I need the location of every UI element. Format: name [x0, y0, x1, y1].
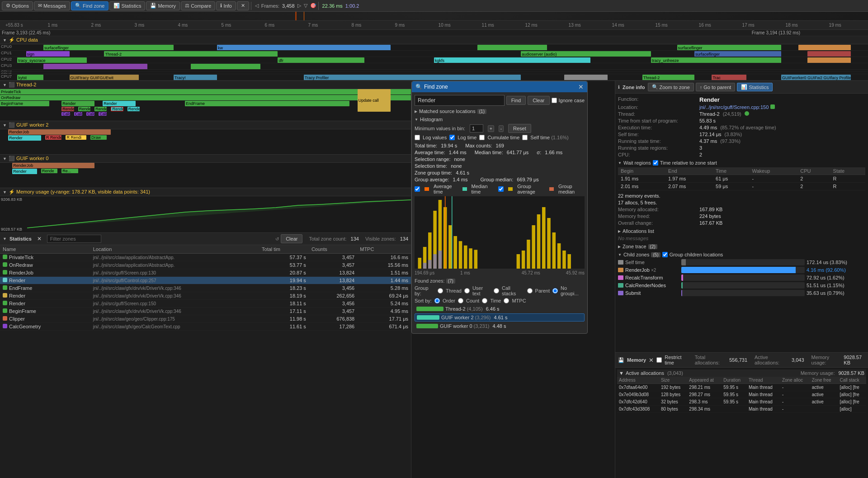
- col-end[interactable]: End: [665, 167, 713, 175]
- histogram-chart[interactable]: [415, 196, 585, 269]
- wait-regions-header[interactable]: ▼ Wait regions Time relative to zone sta…: [618, 160, 865, 166]
- renderjob0-block[interactable]: RenderJob: [12, 163, 94, 168]
- log-values-check[interactable]: [415, 135, 420, 140]
- col-time[interactable]: Time: [713, 167, 749, 175]
- alloc-list-header[interactable]: ▶ Allocations list: [618, 228, 865, 234]
- col-begin[interactable]: Begin: [618, 167, 665, 175]
- render-sub2[interactable]: Render: [78, 107, 90, 111]
- sort-order[interactable]: [434, 298, 440, 303]
- col-wakeup[interactable]: Wakeup: [749, 167, 797, 175]
- find-zone-input[interactable]: [415, 95, 505, 106]
- group-children-check[interactable]: [662, 252, 668, 257]
- col-state[interactable]: State: [830, 167, 865, 175]
- calcgeo1[interactable]: CalcGe: [61, 112, 70, 116]
- mp-col-zone-alloc[interactable]: Zone alloc: [780, 377, 810, 384]
- sort-mtpc[interactable]: [504, 298, 509, 303]
- render2-sub4[interactable]: Draw: [90, 135, 107, 140]
- beginframe-block[interactable]: BeginFrame: [0, 101, 49, 106]
- mem-row-3[interactable]: 0x7dfc43d380880 bytes298.34 msMain threa…: [617, 406, 866, 413]
- guif2-tracks[interactable]: RenderJob Render R Rende R Rendi Draw: [0, 129, 411, 154]
- guif0-group-item[interactable]: GUIF worker 0 (3,231) 4.48 s: [415, 322, 585, 330]
- mp-col-size[interactable]: Size: [659, 377, 687, 384]
- stats-row-4[interactable]: EndFrame jni/../jni/src/claw/gfx/drv/vk/…: [0, 284, 411, 292]
- child-zones-header[interactable]: ▼ Child zones (5) Group children locatio…: [618, 252, 865, 257]
- mp-col-appeared[interactable]: Appeared at: [687, 377, 722, 384]
- active-allocs-header[interactable]: ▼ Active allocations (3,043) Memory usag…: [617, 369, 866, 377]
- render-sub4[interactable]: RenderJob: [127, 107, 140, 111]
- mini-timeline[interactable]: [0, 12, 868, 21]
- sort-time[interactable]: [482, 298, 487, 303]
- settings-button[interactable]: ✕: [237, 1, 249, 10]
- group-avg-check[interactable]: [498, 186, 504, 192]
- render-sub3[interactable]: Rende: [94, 107, 107, 111]
- memory-usage-header[interactable]: ▼ ⚡ Memory usage (y-range: 178.27 KB, vi…: [0, 188, 411, 196]
- histogram-header[interactable]: ▼ Histogram: [415, 117, 585, 122]
- guif0-tracks[interactable]: RenderJob Render Rende Re...: [0, 163, 411, 188]
- stats-row-8[interactable]: Clipper jni/../jni/src/claw/geo/geo/Clip…: [0, 315, 411, 323]
- memory-chart-area[interactable]: 9206.83 KB 9028.57 KB: [0, 196, 411, 232]
- find-zone-header[interactable]: 🔍 Find zone ✕: [412, 81, 587, 92]
- calcgeo4[interactable]: CalcGeo: [99, 112, 107, 116]
- thread2-header[interactable]: ▼ ⬛ Thread-2: [0, 81, 411, 89]
- memory-toolbar-button[interactable]: 💾 Memory: [146, 1, 180, 10]
- col-cpu[interactable]: CPU: [797, 167, 830, 175]
- group-user[interactable]: [464, 288, 470, 293]
- go-to-parent-button[interactable]: ↑ Go to parent: [696, 83, 736, 91]
- stats-row-5[interactable]: Render jni/../jni/src/claw/gfx/drv/vk/Dr…: [0, 292, 411, 300]
- options-button[interactable]: ⚙ Options: [2, 1, 33, 10]
- render-sub1[interactable]: Rende: [61, 107, 74, 111]
- group-parent[interactable]: [527, 288, 533, 293]
- guif-worker2-header[interactable]: ▼ ⬛ GUIF worker 2: [0, 121, 411, 129]
- mem-row-2[interactable]: 0x7dfc42d64032 bytes298.3 ms59.95 sMain …: [617, 398, 866, 406]
- ignore-case-checkbox[interactable]: [552, 98, 557, 103]
- stats-close-button[interactable]: ✕: [37, 236, 42, 242]
- stats-row-7[interactable]: BeginFrame jni/../jni/src/claw/gfx/drv/v…: [0, 308, 411, 315]
- stats-clear-button[interactable]: Clear: [281, 234, 302, 243]
- statistics-toolbar-button[interactable]: 📊 Statistics: [109, 1, 145, 10]
- mem-panel-close[interactable]: ✕: [649, 357, 654, 364]
- update-call[interactable]: Update call: [358, 89, 391, 112]
- col-counts[interactable]: Counts: [309, 245, 357, 254]
- mem-row-1[interactable]: 0x7e049b3d08128 bytes298.27 ms59.95 sMai…: [617, 391, 866, 398]
- on-redraw-block[interactable]: OnRedraw: [0, 95, 411, 100]
- stats-filter[interactable]: [47, 235, 271, 243]
- self-time-check[interactable]: [522, 135, 528, 140]
- stats-filter-input[interactable]: [47, 235, 101, 243]
- stats-row-1[interactable]: OnRedraw jni/../jni/src/claw/application…: [0, 261, 411, 269]
- zone-trace-header[interactable]: ▶ Zone trace (2): [618, 244, 865, 249]
- group-callstacks[interactable]: [494, 288, 499, 293]
- stats-row-6[interactable]: Render jni/../jni/src/guff/Screen.cpp:15…: [0, 300, 411, 308]
- col-mtpc[interactable]: MTPC: [357, 245, 411, 254]
- log-time-check[interactable]: [449, 135, 455, 140]
- mp-col-address[interactable]: Address: [617, 377, 659, 384]
- matched-source-header[interactable]: ▶ Matched source locations (1): [415, 109, 585, 114]
- stats-row-3[interactable]: Render jni/../jni/src/guff/Control.cpp:2…: [0, 277, 411, 284]
- messages-button[interactable]: ✉ Messages: [34, 1, 70, 10]
- calcgeo2[interactable]: CalcGe: [74, 112, 82, 116]
- render0-sub3[interactable]: Re...: [61, 169, 78, 173]
- col-total-time[interactable]: Total tim: [259, 245, 309, 254]
- time-relative-check[interactable]: [653, 160, 658, 166]
- render-block1[interactable]: Render: [61, 101, 94, 106]
- frame-target[interactable]: 🎯: [310, 3, 316, 9]
- col-location[interactable]: Location: [90, 245, 259, 254]
- mp-col-zone-free[interactable]: Zone free: [810, 377, 838, 384]
- find-zone-button[interactable]: 🔍 Find zone: [71, 1, 108, 10]
- min-values-minus[interactable]: -: [499, 125, 504, 132]
- reset-button[interactable]: Reset: [508, 124, 531, 133]
- render2-sub2[interactable]: R Rende: [45, 135, 61, 140]
- sort-count[interactable]: [458, 298, 463, 303]
- private-tick-block[interactable]: PrivateTick: [0, 89, 411, 95]
- min-values-input[interactable]: 1: [470, 124, 483, 133]
- mp-col-duration[interactable]: Duration: [722, 377, 747, 384]
- stats-row-2[interactable]: RenderJob jni/../jni/src/guff/Screen.cpp…: [0, 269, 411, 277]
- mp-col-thread[interactable]: Thread: [747, 377, 780, 384]
- render-block2[interactable]: Render: [103, 101, 136, 106]
- renderjob2-block[interactable]: RenderJob: [8, 129, 111, 135]
- thread2-group-item[interactable]: Thread-2 (4,105) 6.46 s: [415, 305, 585, 312]
- group-thread[interactable]: [438, 288, 443, 293]
- group-none[interactable]: [552, 288, 558, 293]
- guif-worker0-header[interactable]: ▼ ⬛ GUIF worker 0: [0, 155, 411, 163]
- frames-expand[interactable]: ▽: [304, 3, 307, 9]
- compare-button[interactable]: ⚖ Compare: [181, 1, 215, 10]
